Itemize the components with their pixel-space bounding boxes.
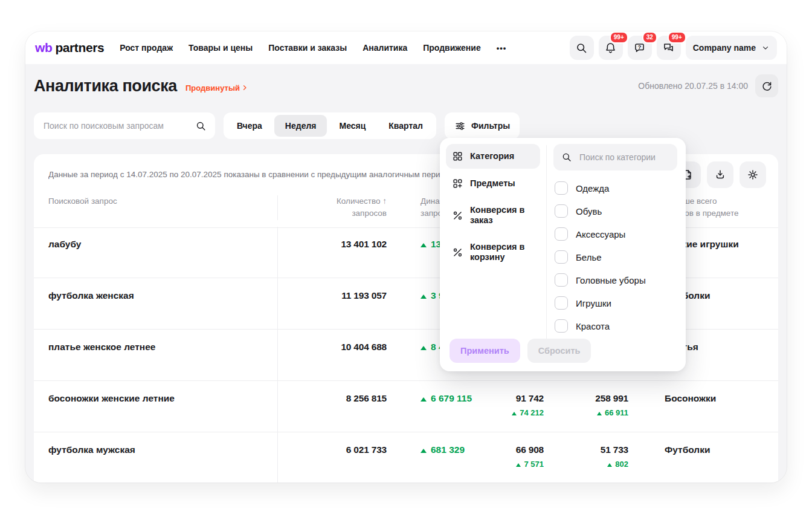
count-cell: 10 404 688 <box>278 330 387 380</box>
reset-filters-button[interactable]: Сбросить <box>527 339 591 363</box>
filter-menu-items-label: Предметы <box>470 178 515 189</box>
dynamics-cell: 6 679 115 <box>387 381 483 432</box>
dynamics-cell: 681 329 <box>387 432 483 483</box>
filter-menu-items[interactable]: Предметы <box>446 171 540 196</box>
refresh-button[interactable] <box>755 74 778 97</box>
refresh-icon <box>761 80 773 92</box>
filter-categories-menu: Категория Предметы Конверсия в заказ Кон… <box>446 144 540 270</box>
nav-item-promotion[interactable]: Продвижение <box>423 43 480 53</box>
filters-toolbar: Вчера Неделя Месяц Квартал Фильтры <box>34 112 520 139</box>
period-yesterday[interactable]: Вчера <box>226 115 273 137</box>
subject-cell: Футболки <box>628 432 778 483</box>
period-month[interactable]: Месяц <box>328 115 376 137</box>
period-note: Данные за период с 14.07.2025 по 20.07.2… <box>48 170 466 179</box>
column-header-count[interactable]: Количество ↑ запросов <box>278 195 387 220</box>
chevron-right-icon <box>241 84 248 91</box>
period-week[interactable]: Неделя <box>274 115 327 137</box>
category-option-beauty[interactable]: Красота <box>553 314 677 337</box>
filter-menu-conversion-cart[interactable]: Конверсия в корзину <box>446 235 540 270</box>
grid-icon <box>452 151 463 162</box>
category-option-shoes[interactable]: Обувь <box>553 200 677 223</box>
checkbox-icon[interactable] <box>555 181 568 195</box>
logo-partners: partners <box>55 41 104 55</box>
count-cell: 11 193 057 <box>278 278 387 329</box>
category-option-underwear[interactable]: Белье <box>553 246 677 268</box>
table-row[interactable]: футболка мужская 6 021 733 681 329 66 90… <box>34 432 778 483</box>
filters-dropdown-panel: Категория Предметы Конверсия в заказ Кон… <box>440 138 686 371</box>
category-search-input[interactable] <box>578 152 669 163</box>
triangle-up-icon <box>420 449 427 453</box>
checkbox-icon[interactable] <box>555 273 568 287</box>
notifications-badge: 99+ <box>610 31 628 44</box>
search-button[interactable] <box>570 36 594 60</box>
option-label: Головные уборы <box>576 275 646 285</box>
option-label: Одежда <box>576 183 609 194</box>
filter-menu-conversion-order[interactable]: Конверсия в заказ <box>446 198 540 233</box>
filter-menu-conversion-cart-label: Конверсия в корзину <box>470 242 534 263</box>
query-cell: футболка мужская <box>34 432 278 483</box>
category-option-hats[interactable]: Головные уборы <box>553 268 677 291</box>
category-option-toys[interactable]: Игрушки <box>553 291 677 314</box>
filters-button[interactable]: Фильтры <box>445 112 520 139</box>
advanced-mode-link[interactable]: Продвинутый <box>185 83 248 93</box>
table-settings-button[interactable] <box>740 161 766 188</box>
page-header: Аналитика поиска Продвинутый Обновлено 2… <box>34 71 778 100</box>
category-option-clothes[interactable]: Одежда <box>553 177 677 200</box>
count-cell: 6 021 733 <box>278 432 387 483</box>
period-quarter[interactable]: Квартал <box>378 115 434 137</box>
percent-icon <box>452 210 463 221</box>
checkbox-icon[interactable] <box>555 319 568 333</box>
option-label: Обувь <box>576 206 602 216</box>
query-search-field[interactable] <box>34 112 215 139</box>
last-updated-text: Обновлено 20.07.25 в 14:00 <box>638 81 748 91</box>
wb-partners-logo[interactable]: wbpartners <box>35 41 104 55</box>
period-segmented-control: Вчера Неделя Месяц Квартал <box>224 112 436 139</box>
triangle-up-icon <box>420 243 427 247</box>
query-cell: платье женское летнее <box>34 330 278 380</box>
checkbox-icon[interactable] <box>555 250 568 264</box>
filter-menu-category-label: Категория <box>470 151 514 161</box>
table-row[interactable]: босоножки женские летние 8 256 815 6 679… <box>34 381 778 432</box>
nav-item-analytics[interactable]: Аналитика <box>362 43 407 53</box>
option-label: Аксессуары <box>576 229 625 239</box>
items-add-icon <box>452 178 463 189</box>
apply-filters-button[interactable]: Применить <box>450 339 520 363</box>
category-search-field[interactable] <box>553 144 677 171</box>
nav-item-goods-prices[interactable]: Товары и цены <box>188 43 253 53</box>
triangle-up-icon <box>597 412 602 415</box>
gear-icon <box>747 169 759 181</box>
checkbox-icon[interactable] <box>555 227 568 241</box>
nav-item-supplies-orders[interactable]: Поставки и заказы <box>268 43 347 53</box>
logo-wb: wb <box>35 41 52 55</box>
option-label: Белье <box>576 252 602 262</box>
app-window: wbpartners Рост продаж Товары и цены Пос… <box>25 31 787 483</box>
help-button[interactable]: ? 32 <box>628 36 652 60</box>
search-icon <box>575 42 588 54</box>
nav-more-button[interactable]: ••• <box>497 44 507 53</box>
column-header-query[interactable]: Поисковой запрос <box>34 195 278 220</box>
company-name: Company name <box>693 43 756 53</box>
filters-button-label: Фильтры <box>471 121 510 131</box>
option-label: Красота <box>576 321 610 331</box>
company-menu[interactable]: Company name <box>686 36 777 60</box>
help-icon: ? <box>633 42 646 54</box>
category-option-accessories[interactable]: Аксессуары <box>553 223 677 246</box>
metric1-cell: 66 9087 571 <box>483 432 544 483</box>
filter-menu-category[interactable]: Категория <box>446 144 540 169</box>
top-navigation-bar: wbpartners Рост продаж Товары и цены Пос… <box>25 31 787 64</box>
metric2-cell: 51 733802 <box>544 432 628 483</box>
triangle-up-icon <box>420 346 427 350</box>
download-button[interactable] <box>707 161 733 188</box>
nav-item-sales-growth[interactable]: Рост продаж <box>120 43 173 53</box>
query-search-input[interactable] <box>42 120 189 131</box>
checkbox-icon[interactable] <box>555 204 568 218</box>
query-cell: футболка женская <box>34 278 278 329</box>
advanced-mode-label: Продвинутый <box>185 83 240 93</box>
filter-options-area: Одежда Обувь Аксессуары Белье Головные у… <box>553 144 677 337</box>
chat-button[interactable]: 99+ <box>657 36 681 60</box>
checkbox-icon[interactable] <box>555 296 568 310</box>
page-title: Аналитика поиска <box>34 77 177 96</box>
percent-icon <box>452 247 463 258</box>
help-badge: 32 <box>642 31 657 44</box>
notifications-button[interactable]: 99+ <box>599 36 623 60</box>
